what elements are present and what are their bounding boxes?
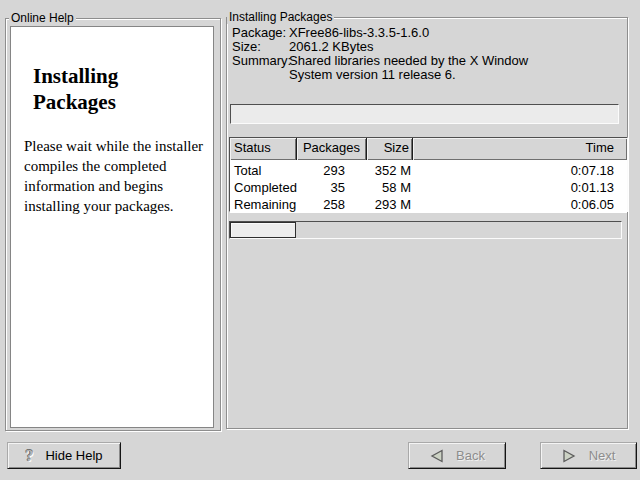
back-label: Back [456, 448, 485, 463]
table-row-total: Total 293 352 M 0:07.18 [230, 162, 627, 179]
help-title: Installing Packages [33, 63, 183, 115]
next-arrow-icon [562, 449, 577, 463]
column-header-packages[interactable]: Packages [297, 138, 367, 160]
cell-time: 0:06.05 [413, 196, 627, 213]
stats-table-header: Status Packages Size Time [230, 138, 627, 160]
cell-status: Completed [230, 179, 297, 196]
online-help-frame-label: Online Help [9, 11, 76, 25]
package-value: XFree86-libs-3.3.5-1.6.0 [289, 26, 429, 40]
question-mark-icon: ? [25, 447, 33, 465]
package-progressbar [230, 104, 619, 124]
hide-help-button[interactable]: ? Hide Help [7, 442, 121, 469]
size-info-row: Size: 2061.2 KBytes [232, 40, 621, 54]
column-header-size[interactable]: Size [367, 138, 413, 160]
stats-table-body: Total 293 352 M 0:07.18 Completed 35 58 … [230, 162, 627, 213]
cell-status: Remaining [230, 196, 297, 213]
next-button[interactable]: Next [540, 442, 637, 469]
cell-time: 0:01.13 [413, 179, 627, 196]
help-body-text: Please wait while the installer compiles… [24, 136, 206, 216]
table-row-completed: Completed 35 58 M 0:01.13 [230, 179, 627, 196]
total-progressbar [229, 221, 622, 239]
size-value: 2061.2 KBytes [289, 40, 374, 54]
help-viewport: Installing Packages Please wait while th… [10, 26, 214, 428]
cell-status: Total [230, 162, 297, 179]
online-help-panel: Online Help Installing Packages Please w… [5, 18, 221, 431]
summary-info-row: Summary: Shared libraries needed by the … [232, 54, 621, 68]
installing-packages-panel: Installing Packages Package: XFree86-lib… [226, 17, 628, 429]
installer-window: { "help_panel": { "frame_label": "Online… [0, 0, 640, 480]
summary-info-row2: System version 11 release 6. [232, 68, 621, 82]
column-header-status[interactable]: Status [230, 138, 297, 160]
summary-value-line1: Shared libraries needed by the X Window [289, 54, 528, 68]
column-header-time[interactable]: Time [413, 138, 627, 160]
installing-packages-frame-label: Installing Packages [227, 10, 334, 24]
back-button[interactable]: Back [408, 442, 506, 469]
total-progress-fill [230, 222, 296, 238]
cell-size: 58 M [367, 179, 413, 196]
summary-label: Summary: [232, 54, 289, 68]
back-arrow-icon [429, 449, 444, 463]
cell-packages: 293 [297, 162, 367, 179]
next-label: Next [589, 448, 616, 463]
cell-size: 293 M [367, 196, 413, 213]
cell-packages: 258 [297, 196, 367, 213]
package-info-row: Package: XFree86-libs-3.3.5-1.6.0 [232, 26, 621, 40]
cell-packages: 35 [297, 179, 367, 196]
hide-help-label: Hide Help [45, 448, 102, 463]
size-label: Size: [232, 40, 289, 54]
stats-table: Status Packages Size Time Total 293 352 … [229, 137, 628, 212]
cell-time: 0:07.18 [413, 162, 627, 179]
package-info: Package: XFree86-libs-3.3.5-1.6.0 Size: … [232, 26, 621, 82]
summary-value-line2: System version 11 release 6. [289, 68, 456, 82]
cell-size: 352 M [367, 162, 413, 179]
package-label: Package: [232, 26, 289, 40]
table-row-remaining: Remaining 258 293 M 0:06.05 [230, 196, 627, 213]
